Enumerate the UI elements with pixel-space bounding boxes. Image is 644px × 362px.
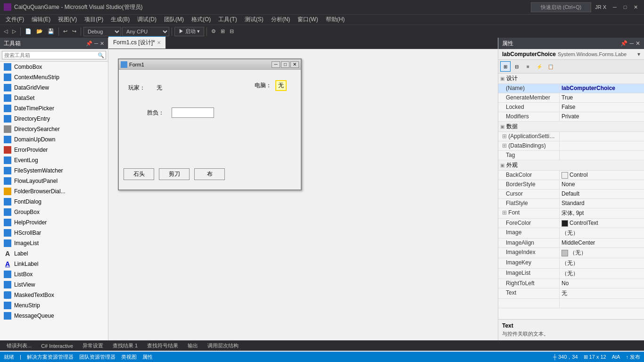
- toolbox-item-messagequeue[interactable]: MessageQueue: [0, 311, 108, 321]
- bottom-tab-findresults1[interactable]: 查找结果 1: [108, 341, 142, 350]
- form-maximize-button[interactable]: □: [281, 61, 289, 68]
- toolbox-item-label[interactable]: A Label: [0, 248, 108, 259]
- props-row-locked[interactable]: Locked False: [498, 103, 644, 112]
- toolbar-extra2[interactable]: ⊞: [219, 27, 227, 35]
- props-pin-button[interactable]: 📌: [620, 40, 627, 47]
- result-textbox[interactable]: [172, 107, 214, 118]
- toolbox-item-hscrollbar[interactable]: HScrollBar: [0, 228, 108, 238]
- props-row-font[interactable]: ⊞ Font 宋体, 9pt: [498, 208, 644, 219]
- tab-form1-design[interactable]: Form1.cs [设计]* ✕: [108, 36, 166, 49]
- props-hide-button[interactable]: ─: [629, 40, 634, 47]
- props-row-databindings[interactable]: ⊞ (DataBindings): [498, 141, 644, 151]
- menu-help[interactable]: 帮助(H): [322, 15, 349, 25]
- toolbox-item-directorysearcher[interactable]: DirectorySearcher: [0, 124, 108, 134]
- toolbox-item-maskedtextbox[interactable]: MaskedTextBox: [0, 290, 108, 300]
- rock-button[interactable]: 石头: [124, 168, 154, 180]
- toolbox-item-imagelist[interactable]: ImageList: [0, 238, 108, 248]
- menu-test[interactable]: 测试(S): [241, 15, 267, 25]
- toolbox-item-linklabel[interactable]: A LinkLabel: [0, 259, 108, 269]
- toolbox-item-dataset[interactable]: DataSet: [0, 93, 108, 103]
- props-section-design[interactable]: ▣ 设计: [498, 74, 644, 84]
- toolbox-item-combobox[interactable]: ComboBox: [0, 62, 108, 72]
- props-row-name[interactable]: (Name) labComputerChoice: [498, 84, 644, 93]
- form-close-button[interactable]: ✕: [290, 61, 299, 68]
- props-row-backcolor[interactable]: BackColor Control: [498, 171, 644, 180]
- props-row-flatstyle[interactable]: FlatStyle Standard: [498, 199, 644, 208]
- bottom-tab-exceptions[interactable]: 异常设置: [78, 341, 108, 350]
- run-button[interactable]: ▶ 启动 ▾: [174, 27, 204, 36]
- toolbox-pin-button[interactable]: 📌: [86, 41, 92, 47]
- toolbar-open[interactable]: 📂: [34, 27, 45, 35]
- toolbox-item-helpprovider[interactable]: HelpProvider: [0, 217, 108, 228]
- props-row-text[interactable]: Text 无: [498, 288, 644, 299]
- props-row-borderstyle[interactable]: BorderStyle None: [498, 180, 644, 189]
- props-section-appearance[interactable]: ▣ 外观: [498, 160, 644, 171]
- toolbox-item-errorprovider[interactable]: ErrorProvider: [0, 145, 108, 155]
- props-row-forecolor[interactable]: ForeColor ControlText: [498, 219, 644, 228]
- bottom-tab-output[interactable]: 输出: [183, 341, 203, 350]
- bottom-tab-findsymbol[interactable]: 查找符号结果: [142, 341, 183, 350]
- properties-link[interactable]: 属性: [142, 354, 153, 361]
- bottom-tab-callhierarchy[interactable]: 调用层次结构: [203, 341, 243, 350]
- team-explorer-link[interactable]: 团队资源管理器: [79, 354, 116, 361]
- props-categorized-button[interactable]: ⊞: [500, 61, 511, 72]
- props-section-data[interactable]: ▣ 数据: [498, 122, 644, 132]
- props-row-tag[interactable]: Tag: [498, 151, 644, 160]
- props-row-extra[interactable]: [498, 299, 644, 308]
- toolbar-forward[interactable]: ▷: [10, 27, 18, 35]
- props-events-button[interactable]: ⚡: [534, 61, 545, 72]
- props-row-cursor[interactable]: Cursor Default: [498, 189, 644, 199]
- toolbox-item-folderbrowserdial[interactable]: FolderBrowserDial...: [0, 186, 108, 197]
- toolbox-search-input[interactable]: [2, 51, 106, 59]
- platform-select[interactable]: Any CPU x86 x64: [122, 27, 169, 36]
- form-minimize-button[interactable]: ─: [272, 61, 280, 68]
- paper-button[interactable]: 布: [194, 168, 225, 180]
- bottom-tab-csharp[interactable]: C# Interactive: [36, 342, 78, 350]
- props-properties-button[interactable]: ≡: [523, 61, 533, 72]
- menu-file[interactable]: 文件(F): [2, 15, 28, 25]
- toolbox-item-groupbox[interactable]: GroupBox: [0, 207, 108, 217]
- toolbox-item-listbox[interactable]: ListBox: [0, 269, 108, 280]
- props-row-imagealign[interactable]: ImageAlign MiddleCenter: [498, 239, 644, 248]
- props-object-selector[interactable]: labComputerChoice System.Windows.Forms.L…: [498, 49, 644, 60]
- props-row-imageindex[interactable]: ImageIndex （无）: [498, 248, 644, 258]
- form-designer[interactable]: Form1 ─ □ ✕ 玩家： 无 电脑：: [108, 49, 498, 340]
- scissors-button[interactable]: 剪刀: [159, 168, 190, 180]
- props-row-generatemember[interactable]: GenerateMember True: [498, 93, 644, 103]
- toolbox-auto-hide-button[interactable]: ─: [94, 41, 98, 47]
- menu-debug[interactable]: 调试(D): [133, 15, 160, 25]
- toolbar-extra3[interactable]: ⊟: [228, 27, 236, 35]
- tab-close-button[interactable]: ✕: [157, 40, 161, 45]
- menu-team[interactable]: 团队(M): [160, 15, 188, 25]
- props-propertypages-button[interactable]: 📋: [545, 61, 556, 72]
- toolbox-item-domainupdown[interactable]: DomainUpDown: [0, 134, 108, 145]
- toolbox-item-listview[interactable]: ListView: [0, 280, 108, 290]
- build-config-select[interactable]: Debug Release: [83, 27, 121, 36]
- class-view-link[interactable]: 类视图: [121, 354, 137, 361]
- props-row-righttoleft[interactable]: RightToLeft No: [498, 279, 644, 288]
- menu-project[interactable]: 项目(P): [81, 15, 107, 25]
- toolbox-item-menustrip[interactable]: MenuStrip: [0, 300, 108, 311]
- encoding-indicator[interactable]: AtA: [612, 354, 620, 360]
- toolbox-item-eventlog[interactable]: EventLog: [0, 155, 108, 165]
- toolbox-item-fontdialog[interactable]: FontDialog: [0, 197, 108, 207]
- props-row-appsettings[interactable]: ⊞ (ApplicationSettings): [498, 132, 644, 141]
- props-row-imagekey[interactable]: ImageKey （无）: [498, 258, 644, 269]
- menu-format[interactable]: 格式(O): [188, 15, 215, 25]
- toolbox-item-datagridview[interactable]: DataGridView: [0, 82, 108, 93]
- toolbox-item-directoryentry[interactable]: DirectoryEntry: [0, 114, 108, 124]
- toolbox-item-filesystemwatcher[interactable]: FileSystemWatcher: [0, 165, 108, 176]
- bottom-tab-errors[interactable]: 错误列表...: [2, 341, 36, 350]
- menu-window[interactable]: 窗口(W): [294, 15, 322, 25]
- toolbar-redo[interactable]: ↪: [70, 27, 78, 35]
- toolbox-item-datetimepicker[interactable]: DateTimePicker: [0, 103, 108, 114]
- solution-explorer-link[interactable]: 解决方案资源管理器: [27, 354, 74, 361]
- props-close-button[interactable]: ✕: [636, 40, 640, 47]
- toolbox-item-contextmenustrip[interactable]: ContextMenuStrip: [0, 72, 108, 82]
- toolbox-close-button[interactable]: ✕: [100, 41, 104, 47]
- menu-edit[interactable]: 编辑(E): [28, 15, 54, 25]
- maximize-button[interactable]: □: [620, 2, 630, 12]
- toolbox-item-flowlayoutpanel[interactable]: FlowLayoutPanel: [0, 176, 108, 186]
- props-row-image[interactable]: Image （无）: [498, 228, 644, 239]
- toolbar-back[interactable]: ◁: [2, 27, 9, 35]
